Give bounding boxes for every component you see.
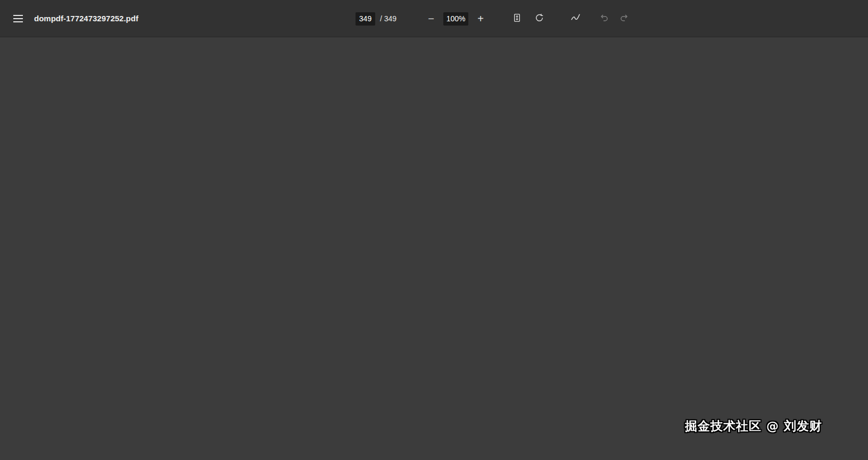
zoom-controls: − 100% + xyxy=(422,10,490,28)
rotate-button[interactable] xyxy=(530,10,548,28)
annotation-tools xyxy=(566,10,584,28)
watermark: 掘金技术社区 @ 刘发财 xyxy=(685,418,822,434)
zoom-out-button[interactable]: − xyxy=(422,10,440,28)
undo-button[interactable] xyxy=(595,10,613,28)
page-total-label: / 349 xyxy=(380,14,396,23)
page-number-input[interactable] xyxy=(356,12,375,26)
zoom-level-select[interactable]: 100% xyxy=(443,12,468,26)
pdf-toolbar: dompdf-1772473297252.pdf / 349 − 100% + xyxy=(0,0,868,37)
undo-icon xyxy=(599,13,609,25)
fit-to-page-button[interactable] xyxy=(508,10,526,28)
menu-icon[interactable] xyxy=(7,8,29,29)
page-tools xyxy=(508,10,548,28)
draw-button[interactable] xyxy=(566,10,584,28)
redo-icon xyxy=(619,13,629,25)
pdf-viewer-app: dompdf-1772473297252.pdf / 349 − 100% + xyxy=(0,0,868,37)
history-tools xyxy=(595,10,633,28)
toolbar-controls: / 349 − 100% + xyxy=(356,0,633,37)
draw-ink-icon xyxy=(571,12,581,25)
document-title: dompdf-1772473297252.pdf xyxy=(34,14,138,23)
redo-button[interactable] xyxy=(615,10,633,28)
zoom-in-button[interactable]: + xyxy=(472,10,490,28)
rotate-icon xyxy=(535,13,544,25)
fit-to-page-icon xyxy=(512,13,522,25)
